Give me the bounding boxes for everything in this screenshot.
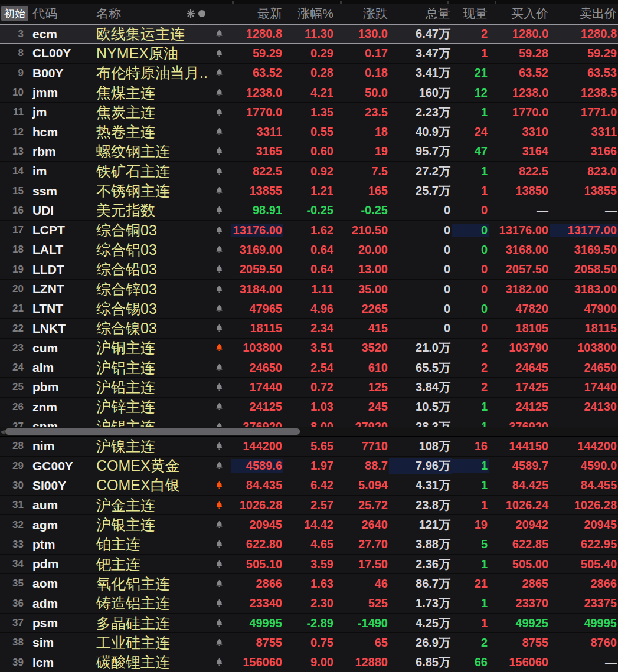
name-cell: 沪金主连: [91, 496, 207, 515]
alert-bell-icon[interactable]: [207, 619, 231, 628]
table-row[interactable]: 20LZNT综合锌033184.001.1135.00003182.003183…: [0, 280, 618, 299]
ask-price-cell: 144200: [550, 440, 618, 453]
last-price-cell: 18115: [231, 322, 283, 335]
ask-price-cell: 2058.50: [550, 263, 618, 276]
name-cell: 多晶硅主连: [91, 614, 207, 633]
alert-bell-icon[interactable]: [207, 501, 231, 510]
alert-bell-icon[interactable]: [207, 363, 231, 372]
code-cell: SI00Y: [24, 478, 91, 493]
scrollbar-thumb[interactable]: [5, 428, 300, 435]
table-row[interactable]: 25pbm沪铅主连174400.721253.84万21742517440: [0, 378, 618, 397]
alert-bell-icon[interactable]: [207, 49, 231, 58]
table-row[interactable]: 12hcm热卷主连33110.551840.9万2433103311: [0, 122, 618, 142]
current-volume-cell: 0: [452, 263, 489, 276]
col-header-volume[interactable]: 总量: [389, 5, 452, 22]
alert-bell-icon[interactable]: [207, 285, 231, 294]
name-cell: 焦煤主连: [91, 83, 207, 103]
table-row[interactable]: 38sim工业硅主连87550.756526.9万287558760: [0, 633, 618, 653]
alert-bell-icon[interactable]: [207, 481, 231, 490]
alert-bell-icon[interactable]: [207, 29, 231, 38]
table-row[interactable]: 28nim沪镍主连1442005.657710108万1614415014420…: [0, 437, 618, 456]
table-row[interactable]: 30SI00YCOMEX白银84.4356.425.0944.31万184.42…: [0, 476, 618, 496]
last-price-cell: 13176.00: [231, 224, 283, 237]
alert-bell-icon[interactable]: [207, 127, 231, 136]
alert-bell-icon[interactable]: [207, 265, 231, 274]
alert-bell-icon[interactable]: [207, 324, 231, 333]
col-header-change-pct[interactable]: 涨幅%: [283, 5, 335, 22]
alert-bell-icon[interactable]: [207, 599, 231, 608]
alert-bell-icon[interactable]: [207, 186, 231, 195]
table-row[interactable]: 26znm沪锌主连241251.0324510.5万12412524130: [0, 398, 618, 417]
col-header-change[interactable]: 涨跌: [335, 5, 389, 22]
col-header-bid[interactable]: 买入价: [489, 5, 550, 22]
name-cell: 钯主连: [91, 555, 207, 574]
alert-bell-icon[interactable]: [207, 304, 231, 313]
col-header-current-volume[interactable]: 现量: [452, 5, 489, 22]
row-number: 30: [0, 480, 24, 491]
ask-price-cell: 23375: [550, 596, 618, 610]
table-row[interactable]: 14im铁矿石主连822.50.927.527.2万1822.5823.0: [0, 162, 618, 181]
col-header-name[interactable]: 名称: [91, 5, 207, 22]
table-row[interactable]: 36adm铸造铝主连233402.305251.73万12337023375: [0, 594, 618, 614]
table-row[interactable]: 13rbm螺纹钢主连31650.601995.7万4731643166: [0, 142, 618, 162]
table-row[interactable]: 21LTNT综合锡03479654.962265004782047900: [0, 299, 618, 319]
alert-bell-icon[interactable]: [207, 108, 231, 117]
alert-bell-icon[interactable]: [207, 540, 231, 549]
table-row[interactable]: 34pdm钯主连505.103.5917.502.36万1505.00505.4…: [0, 555, 618, 574]
table-row[interactable]: 32agm沪银主连2094514.422640121万192094220945: [0, 515, 618, 535]
horizontal-scrollbar[interactable]: ◀: [0, 427, 618, 437]
dot-icon[interactable]: [198, 10, 205, 17]
alert-bell-icon[interactable]: [207, 147, 231, 156]
alert-bell-icon[interactable]: [207, 383, 231, 392]
alert-bell-icon[interactable]: [207, 206, 231, 215]
table-row[interactable]: 33ptm铂主连622.804.6527.703.88万5622.85622.9…: [0, 535, 618, 555]
alert-bell-icon[interactable]: [207, 245, 231, 254]
change-cell: 65: [335, 636, 389, 650]
table-row[interactable]: 29GC00YCOMEX黄金4589.61.9788.77.96万14589.7…: [0, 457, 618, 476]
alert-bell-icon[interactable]: [207, 560, 231, 569]
alert-bell-icon[interactable]: [207, 343, 231, 352]
table-row[interactable]: 10jmm焦煤主连1238.04.2150.0160万121238.01238.…: [0, 83, 618, 103]
alert-bell-icon[interactable]: [207, 226, 231, 235]
divider-notch: [232, 1, 234, 4]
current-volume-cell: 1: [452, 596, 489, 610]
table-row[interactable]: 37psm多晶硅主连49995-2.89-14904.25万1499254999…: [0, 614, 618, 633]
row-number: 15: [0, 185, 24, 197]
table-row[interactable]: 16UDI美元指数98.91-0.25-0.2500——: [0, 201, 618, 221]
code-cell: B00Y: [24, 66, 91, 80]
col-header-last[interactable]: 最新: [231, 5, 283, 22]
code-cell: aom: [24, 576, 91, 591]
table-row[interactable]: 19LLDT综合铅032059.500.6413.00002057.502058…: [0, 260, 618, 280]
table-row[interactable]: 3ecm欧线集运主连1280.811.30130.06.47万21280.012…: [0, 24, 618, 44]
change-pct-cell: 4.21: [283, 86, 335, 100]
alert-bell-icon[interactable]: [207, 68, 231, 77]
table-row[interactable]: 24alm沪铝主连246502.5461065.5万22464524650: [0, 358, 618, 378]
alert-bell-icon[interactable]: [207, 442, 231, 451]
table-row[interactable]: 9B00Y布伦特原油当月...63.520.280.183.41万2163.52…: [0, 64, 618, 83]
table-row[interactable]: 23cum沪铜主连1038003.51352021.0万210379010380…: [0, 339, 618, 358]
sparkle-icon[interactable]: [187, 9, 195, 18]
table-row[interactable]: 22LNKT综合镍03181152.34415001810518115: [0, 319, 618, 338]
table-row[interactable]: 18LALT综合铝033169.000.6420.00003168.003169…: [0, 240, 618, 260]
col-header-ask[interactable]: 卖出价: [550, 5, 618, 22]
change-pct-cell: 0.64: [283, 243, 335, 257]
table-row[interactable]: 35aom氧化铝主连28661.634686.7万2128652866: [0, 574, 618, 594]
table-row[interactable]: 17LCPT综合铜0313176.001.62210.500013176.001…: [0, 221, 618, 240]
table-row[interactable]: 15ssm不锈钢主连138551.2116525.7万11385013855: [0, 181, 618, 201]
col-header-code[interactable]: 代码: [24, 5, 91, 22]
scroll-left-arrow-icon[interactable]: ◀: [0, 428, 5, 435]
table-row[interactable]: 31aum沪金主连1026.282.5725.7223.8万11026.2410…: [0, 496, 618, 515]
alert-bell-icon[interactable]: [207, 638, 231, 647]
alert-bell-icon[interactable]: [207, 167, 231, 176]
alert-bell-icon[interactable]: [207, 579, 231, 588]
alert-bell-icon[interactable]: [207, 88, 231, 97]
table-row[interactable]: 11jm焦炭主连1770.01.3523.52.23万11770.01771.0: [0, 103, 618, 122]
alert-bell-icon[interactable]: [207, 658, 231, 667]
alert-bell-icon[interactable]: [207, 520, 231, 529]
alert-bell-icon[interactable]: [207, 402, 231, 411]
change-pct-cell: 0.29: [283, 47, 335, 60]
table-row[interactable]: 8CL00YNYMEX原油59.290.290.173.47万159.2859.…: [0, 44, 618, 63]
alert-bell-icon[interactable]: [207, 461, 231, 470]
table-row[interactable]: 39lcm碳酸锂主连1560609.00128806.85万66156060—: [0, 653, 618, 672]
last-price-cell: 1238.0: [231, 86, 283, 100]
